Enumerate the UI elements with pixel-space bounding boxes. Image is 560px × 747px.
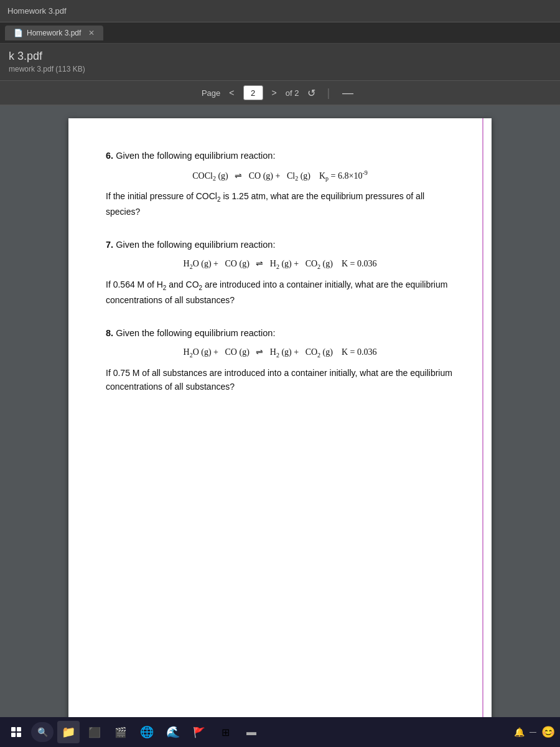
grid-icon: ⊞ (222, 726, 230, 738)
search-icon: 🔍 (37, 727, 48, 737)
page-label: Page (202, 88, 220, 98)
pdf-page: 6. Given the following equilibrium react… (68, 118, 492, 725)
q7-equation: H2O (g) + CO (g) ⇌ H2 (g) + CO2 (g) K = … (106, 258, 454, 270)
clock-display: — (530, 728, 536, 735)
pdf-toolbar: Page < > of 2 ↺ | — (0, 81, 560, 106)
q8-body: If 0.75 M of all substances are introduc… (106, 366, 454, 394)
taskbar-edge[interactable]: 🌊 (162, 721, 184, 743)
start-button[interactable] (5, 721, 27, 743)
refresh-button[interactable]: ↺ (304, 86, 319, 100)
taskbar-app-video[interactable]: 🎬 (110, 721, 132, 743)
chrome-icon: 🌐 (140, 725, 154, 739)
window-title: Homework 3.pdf (7, 6, 67, 16)
q6-title: 6. Given the following equilibrium react… (106, 149, 454, 163)
zoom-out-button[interactable]: — (337, 85, 358, 101)
taskbar-minimize[interactable]: ▬ (240, 721, 263, 743)
question-8: 8. Given the following equilibrium react… (106, 327, 454, 393)
flag-icon: 🚩 (193, 726, 205, 738)
taskbar-notification-icon: 🔔 (514, 727, 525, 737)
page-title-bar: k 3.pdf mework 3.pdf (113 KB) (0, 44, 560, 81)
file-size-label: mework 3.pdf (113 KB) (9, 65, 85, 73)
edge-icon: 🌊 (166, 725, 180, 739)
minimize-icon: ▬ (246, 726, 256, 738)
taskbar-chrome[interactable]: 🌐 (136, 721, 158, 743)
prev-page-button[interactable]: < (225, 87, 238, 99)
video-icon: 🎬 (114, 726, 127, 738)
search-button[interactable]: 🔍 (31, 722, 54, 742)
tab-close-icon[interactable]: ✕ (88, 29, 95, 37)
tab-label: Homework 3.pdf (27, 29, 81, 37)
q6-equation: COCl2 (g) ⇌ CO (g) + Cl2 (g) Kp = 6.8×10… (106, 169, 454, 182)
taskbar-grid-app[interactable]: ⊞ (214, 721, 236, 743)
total-pages: of 2 (286, 88, 299, 98)
taskbar-right-area: 🔔 — 😊 (514, 725, 555, 739)
tab-pdf-icon: 📄 (14, 29, 23, 37)
taskbar-file-explorer[interactable]: 📁 (57, 721, 80, 743)
q7-body: If 0.564 M of H2 and CO2 are introduced … (106, 278, 454, 307)
page-number-input[interactable] (243, 85, 263, 100)
pdf-content-area: 6. Given the following equilibrium react… (0, 106, 560, 737)
taskbar-app-square[interactable]: ⬛ (83, 721, 106, 743)
next-page-button[interactable]: > (268, 87, 281, 99)
question-6: 6. Given the following equilibrium react… (106, 149, 454, 218)
q7-title: 7. Given the following equilibrium react… (106, 238, 454, 252)
q8-equation: H2O (g) + CO (g) ⇌ H2 (g) + CO2 (g) K = … (106, 347, 454, 359)
tab-bar: 📄 Homework 3.pdf ✕ (0, 22, 560, 44)
question-7: 7. Given the following equilibrium react… (106, 238, 454, 307)
taskbar-flag[interactable]: 🚩 (188, 721, 210, 743)
windows-icon (11, 727, 21, 737)
profile-icon[interactable]: 😊 (541, 725, 555, 739)
tab-homework-pdf[interactable]: 📄 Homework 3.pdf ✕ (5, 26, 103, 40)
page-title: k 3.pdf (9, 50, 42, 62)
q6-body: If the initial pressure of COCl2 is 1.25… (106, 189, 454, 218)
system-clock[interactable]: — (530, 727, 536, 736)
taskbar: 🔍 📁 ⬛ 🎬 🌐 🌊 🚩 ⊞ ▬ 🔔 — 😊 (0, 717, 560, 747)
file-explorer-icon: 📁 (62, 725, 75, 739)
q8-title: 8. Given the following equilibrium react… (106, 327, 454, 341)
toolbar-divider: | (327, 87, 330, 100)
app-square-icon: ⬛ (88, 726, 101, 738)
browser-title-bar: Homework 3.pdf (0, 0, 560, 22)
